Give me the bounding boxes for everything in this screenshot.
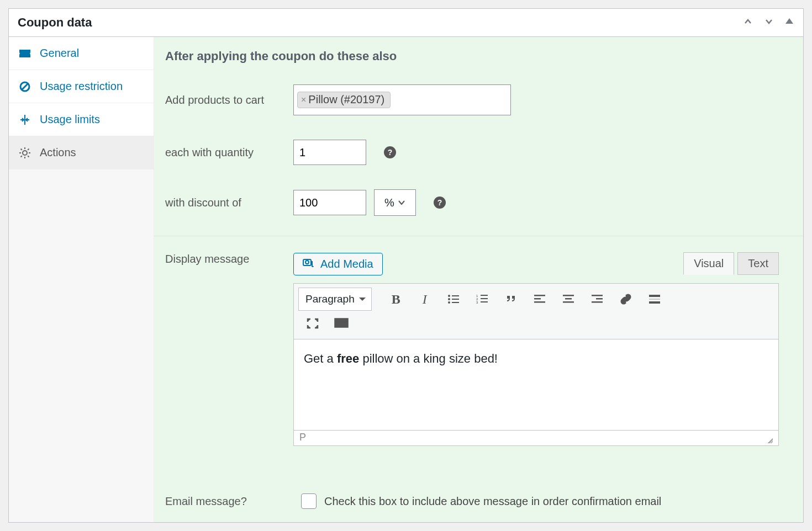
svg-point-3 (23, 151, 27, 155)
content-area: After applying the coupon do these also … (154, 37, 803, 522)
remove-tag-icon[interactable]: × (301, 95, 306, 105)
svg-rect-21 (481, 295, 488, 296)
add-products-label: Add products to cart (165, 94, 293, 107)
arrows-in-icon (19, 114, 31, 126)
help-icon[interactable]: ? (434, 197, 446, 209)
resize-handle[interactable] (764, 434, 773, 443)
svg-rect-36 (649, 299, 660, 300)
bullet-list-button[interactable] (441, 288, 466, 310)
editor-toolbar: Paragraph B I 123 (293, 283, 779, 339)
svg-point-16 (448, 298, 450, 300)
svg-line-10 (21, 156, 22, 157)
discount-unit-label: % (384, 197, 394, 209)
editor-path[interactable]: P (299, 432, 306, 443)
svg-point-13 (305, 261, 309, 264)
svg-rect-25 (481, 301, 488, 302)
product-tag: × Pillow (#20197) (297, 92, 391, 108)
format-label: Paragraph (305, 293, 355, 305)
message-text-after: pillow on a king size bed! (359, 352, 498, 365)
email-message-description: Check this box to include above message … (324, 495, 661, 508)
align-right-button[interactable] (585, 288, 609, 310)
svg-line-9 (28, 156, 29, 157)
coupon-data-panel: Coupon data General (8, 8, 804, 523)
svg-rect-29 (563, 295, 574, 296)
svg-rect-31 (563, 301, 574, 303)
svg-line-1 (22, 83, 28, 90)
products-input[interactable]: × Pillow (#20197) (293, 84, 511, 115)
svg-rect-19 (452, 302, 459, 303)
quantity-input[interactable] (293, 140, 366, 165)
product-tag-label: Pillow (#20197) (308, 93, 384, 106)
move-down-icon[interactable] (763, 16, 774, 29)
camera-icon (303, 257, 315, 271)
email-message-checkbox[interactable] (301, 493, 317, 509)
svg-rect-33 (596, 298, 603, 300)
svg-text:3: 3 (476, 301, 478, 304)
ban-icon (19, 81, 31, 93)
sidebar-item-label: Usage limits (40, 113, 100, 126)
sidebar-item-usage-limits[interactable]: Usage limits (9, 103, 154, 136)
sidebar-item-usage-restriction[interactable]: Usage restriction (9, 70, 154, 103)
align-left-button[interactable] (528, 288, 552, 310)
panel-header: Coupon data (9, 9, 803, 37)
sidebar: General Usage restriction (9, 37, 154, 522)
svg-point-18 (448, 301, 450, 304)
ticket-icon (19, 47, 31, 60)
fullscreen-button[interactable] (300, 312, 325, 334)
svg-rect-30 (565, 298, 572, 300)
panel-title: Coupon data (18, 15, 92, 30)
section-heading: After applying the coupon do these also (154, 37, 803, 80)
toggle-icon[interactable] (784, 16, 794, 29)
svg-line-8 (21, 148, 22, 150)
svg-rect-34 (592, 301, 603, 303)
gear-icon (19, 147, 31, 159)
sidebar-item-label: Actions (40, 146, 76, 159)
align-center-button[interactable] (556, 288, 581, 310)
bold-button[interactable]: B (384, 288, 408, 310)
svg-rect-15 (452, 295, 459, 296)
sidebar-item-actions[interactable]: Actions (9, 136, 154, 169)
discount-unit-select[interactable]: % (374, 189, 416, 216)
email-message-label: Email message? (165, 495, 293, 508)
svg-point-14 (448, 295, 450, 297)
svg-rect-17 (452, 299, 459, 300)
editor-statusbar: P (293, 431, 779, 446)
sidebar-item-label: Usage restriction (40, 80, 123, 93)
toolbar-toggle-button[interactable] (329, 312, 354, 334)
message-text-before: Get a (304, 352, 337, 365)
message-text-bold: free (337, 352, 359, 365)
move-up-icon[interactable] (742, 16, 753, 29)
svg-rect-32 (592, 295, 603, 296)
svg-rect-37 (649, 301, 660, 304)
editor-content[interactable]: Get a free pillow on a king size bed! (293, 339, 779, 431)
svg-rect-35 (649, 295, 660, 297)
help-icon[interactable]: ? (384, 146, 396, 158)
svg-rect-38 (335, 318, 348, 327)
discount-label: with discount of (165, 197, 293, 209)
svg-rect-23 (481, 298, 488, 299)
sidebar-item-label: General (40, 47, 79, 60)
add-media-button[interactable]: Add Media (293, 253, 383, 275)
format-select[interactable]: Paragraph (298, 288, 372, 311)
add-media-label: Add Media (320, 258, 373, 270)
display-message-label: Display message (165, 253, 293, 266)
discount-input[interactable] (293, 190, 366, 215)
link-button[interactable] (614, 288, 638, 310)
sidebar-item-general[interactable]: General (9, 37, 154, 70)
svg-line-11 (28, 148, 29, 150)
quantity-label: each with quantity (165, 146, 293, 159)
tab-text[interactable]: Text (737, 252, 779, 275)
svg-rect-27 (534, 298, 541, 300)
svg-rect-26 (534, 295, 545, 296)
tab-visual[interactable]: Visual (683, 252, 734, 275)
more-button[interactable] (642, 288, 667, 310)
svg-rect-28 (534, 301, 545, 303)
italic-button[interactable]: I (413, 288, 437, 310)
numbered-list-button[interactable]: 123 (470, 288, 494, 310)
blockquote-button[interactable] (499, 288, 523, 310)
